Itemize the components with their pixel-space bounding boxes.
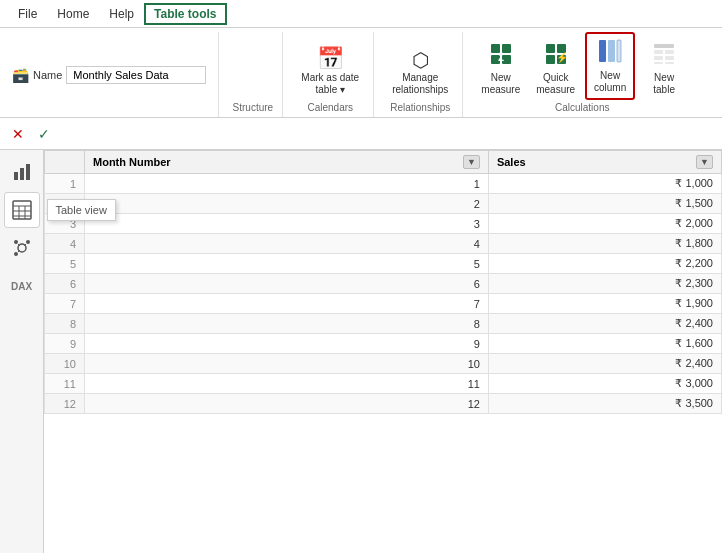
cell-month: 12 xyxy=(85,394,489,414)
sidebar-icon-model[interactable] xyxy=(4,230,40,266)
cell-month: 2 xyxy=(85,194,489,214)
table-row: 5 5 ₹ 2,200 xyxy=(45,254,722,274)
new-measure-label: Newmeasure xyxy=(481,72,520,96)
sidebar: Table view DAX xyxy=(0,150,44,553)
ribbon: 🗃️ Name Structure 📅 Mark as datetable ▾ … xyxy=(0,28,722,118)
cell-sales: ₹ 2,000 xyxy=(488,214,721,234)
svg-rect-17 xyxy=(665,56,674,60)
cell-month: 11 xyxy=(85,374,489,394)
cell-sales: ₹ 2,200 xyxy=(488,254,721,274)
row-index: 5 xyxy=(45,254,85,274)
cell-month: 9 xyxy=(85,334,489,354)
sales-filter-btn[interactable]: ▼ xyxy=(696,155,713,169)
ribbon-group-relationships: ⬡ Managerelationships Relationships xyxy=(378,32,463,117)
svg-point-32 xyxy=(14,252,18,256)
cancel-btn[interactable]: ✕ xyxy=(8,124,28,144)
new-table-label: Newtable xyxy=(653,72,675,96)
menu-bar: File Home Help Table tools xyxy=(0,0,722,28)
ribbon-group-structure: Structure xyxy=(223,32,283,117)
quick-measure-icon: ⚡ xyxy=(544,42,568,70)
col-header-empty xyxy=(45,151,85,174)
cell-month: 1 xyxy=(85,174,489,194)
svg-rect-19 xyxy=(665,62,674,64)
table-row: 3 3 ₹ 2,000 xyxy=(45,214,722,234)
ribbon-group-calculations: Σ Newmeasure ⚡ Q xyxy=(467,32,697,117)
svg-rect-10 xyxy=(599,40,606,62)
svg-rect-7 xyxy=(546,55,555,64)
manage-relationships-label: Managerelationships xyxy=(392,72,448,96)
cell-sales: ₹ 1,900 xyxy=(488,294,721,314)
cell-month: 7 xyxy=(85,294,489,314)
cell-sales: ₹ 3,500 xyxy=(488,394,721,414)
relationships-label: Relationships xyxy=(390,102,450,113)
row-index: 11 xyxy=(45,374,85,394)
row-index: 10 xyxy=(45,354,85,374)
col-header-sales: Sales ▼ xyxy=(488,151,721,174)
svg-rect-11 xyxy=(608,40,615,62)
svg-rect-18 xyxy=(654,62,663,64)
row-index: 7 xyxy=(45,294,85,314)
calendar-icon: 📅 xyxy=(317,48,344,70)
quick-measure-label: Quickmeasure xyxy=(536,72,575,96)
table-row: 12 12 ₹ 3,500 xyxy=(45,394,722,414)
mark-date-label: Mark as datetable ▾ xyxy=(301,72,359,96)
quick-measure-btn[interactable]: ⚡ Quickmeasure xyxy=(530,38,581,100)
table-area: Month Number ▼ Sales ▼ 1 1 ₹ 1,000 2 xyxy=(44,150,722,553)
svg-rect-22 xyxy=(26,164,30,180)
row-index: 12 xyxy=(45,394,85,414)
sidebar-icon-report[interactable] xyxy=(4,154,40,190)
mark-date-table-btn[interactable]: 📅 Mark as datetable ▾ xyxy=(295,44,365,100)
table-row: 6 6 ₹ 2,300 xyxy=(45,274,722,294)
calendars-label: Calendars xyxy=(307,102,353,113)
sidebar-icon-table[interactable]: Table view xyxy=(4,192,40,228)
table-row: 2 2 ₹ 1,500 xyxy=(45,194,722,214)
svg-rect-12 xyxy=(617,40,621,62)
svg-rect-15 xyxy=(665,50,674,54)
new-table-icon xyxy=(652,42,676,70)
cell-sales: ₹ 2,400 xyxy=(488,314,721,334)
cell-sales: ₹ 1,800 xyxy=(488,234,721,254)
new-column-btn[interactable]: Newcolumn xyxy=(585,32,635,100)
table-view-tooltip: Table view xyxy=(47,199,116,221)
cell-sales: ₹ 1,600 xyxy=(488,334,721,354)
cell-month: 10 xyxy=(85,354,489,374)
new-column-label: Newcolumn xyxy=(594,70,626,94)
menu-file[interactable]: File xyxy=(8,3,47,25)
structure-label: Structure xyxy=(233,102,274,113)
cell-sales: ₹ 2,400 xyxy=(488,354,721,374)
svg-point-31 xyxy=(26,240,30,244)
row-index: 6 xyxy=(45,274,85,294)
cell-month: 6 xyxy=(85,274,489,294)
cell-sales: ₹ 2,300 xyxy=(488,274,721,294)
svg-rect-14 xyxy=(654,50,663,54)
menu-home[interactable]: Home xyxy=(47,3,99,25)
svg-point-30 xyxy=(14,240,18,244)
table-icon: 🗃️ xyxy=(12,67,29,83)
relationships-icon: ⬡ xyxy=(412,50,429,70)
manage-relationships-btn[interactable]: ⬡ Managerelationships xyxy=(386,46,454,100)
data-table: Month Number ▼ Sales ▼ 1 1 ₹ 1,000 2 xyxy=(44,150,722,414)
cell-month: 4 xyxy=(85,234,489,254)
row-index: 4 xyxy=(45,234,85,254)
table-row: 10 10 ₹ 2,400 xyxy=(45,354,722,374)
name-label: Name xyxy=(33,69,62,81)
main-area: Table view DAX xyxy=(0,150,722,553)
ribbon-group-calendars: 📅 Mark as datetable ▾ Calendars xyxy=(287,32,374,117)
cell-month: 8 xyxy=(85,314,489,334)
menu-table-tools[interactable]: Table tools xyxy=(144,3,226,25)
cell-sales: ₹ 1,000 xyxy=(488,174,721,194)
dax-label: DAX xyxy=(11,281,32,292)
table-row: 11 11 ₹ 3,000 xyxy=(45,374,722,394)
confirm-btn[interactable]: ✓ xyxy=(34,124,54,144)
table-row: 7 7 ₹ 1,900 xyxy=(45,294,722,314)
cell-sales: ₹ 1,500 xyxy=(488,194,721,214)
table-row: 9 9 ₹ 1,600 xyxy=(45,334,722,354)
sidebar-icon-dax[interactable]: DAX xyxy=(4,268,40,304)
structure-placeholder xyxy=(247,73,258,100)
table-name-input[interactable] xyxy=(66,66,206,84)
new-table-btn[interactable]: Newtable xyxy=(639,38,689,100)
new-measure-btn[interactable]: Σ Newmeasure xyxy=(475,38,526,100)
menu-help[interactable]: Help xyxy=(99,3,144,25)
month-filter-btn[interactable]: ▼ xyxy=(463,155,480,169)
svg-rect-13 xyxy=(654,44,674,48)
